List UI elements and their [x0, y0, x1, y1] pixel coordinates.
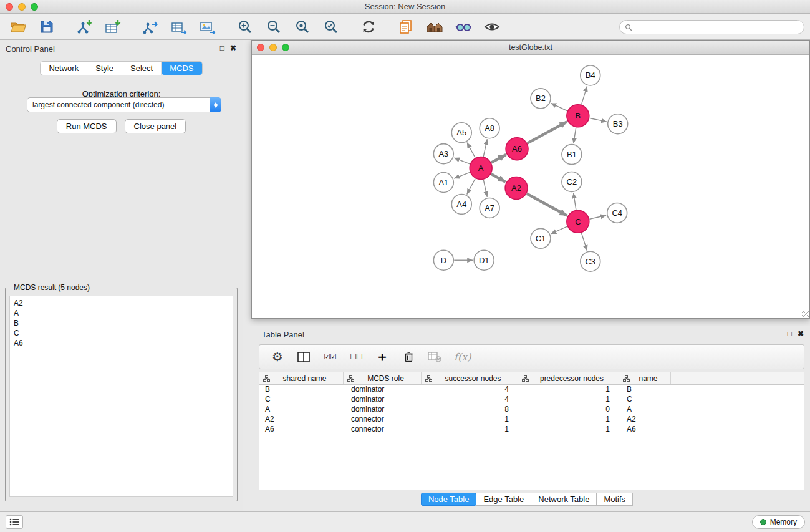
- graph-node-A[interactable]: A: [470, 157, 492, 180]
- table-settings-button[interactable]: ⚙: [271, 349, 284, 364]
- graph-edge[interactable]: [581, 86, 587, 105]
- table-cell[interactable]: A2: [259, 415, 344, 425]
- table-cell[interactable]: 4: [422, 395, 518, 405]
- graph-node-B[interactable]: B: [567, 105, 589, 127]
- vizmapper-button[interactable]: [453, 17, 474, 37]
- table-cell[interactable]: connector: [344, 425, 422, 435]
- graph-node-B3[interactable]: B3: [608, 114, 628, 134]
- graph-edge[interactable]: [483, 139, 487, 157]
- column-header[interactable]: shared name: [259, 372, 344, 384]
- zoom-selected-button[interactable]: [321, 17, 342, 37]
- table-cell[interactable]: 8: [422, 405, 518, 415]
- graph-edge[interactable]: [589, 118, 607, 122]
- export-table-button[interactable]: [168, 17, 190, 37]
- memory-button[interactable]: Memory: [752, 515, 805, 529]
- tab-node-table[interactable]: Node Table: [421, 493, 477, 506]
- graph-node-B4[interactable]: B4: [581, 65, 600, 85]
- resize-handle[interactable]: [802, 311, 809, 317]
- mcds-result-item[interactable]: A2: [14, 298, 229, 308]
- task-history-button[interactable]: [6, 515, 23, 529]
- import-network-button[interactable]: [74, 17, 95, 37]
- float-table-panel-icon[interactable]: □: [788, 329, 792, 338]
- table-cell[interactable]: B: [619, 385, 671, 395]
- pages-button[interactable]: [395, 17, 417, 37]
- mcds-result-item[interactable]: B: [14, 318, 229, 328]
- close-table-panel-icon[interactable]: ✖: [798, 329, 804, 338]
- table-cell[interactable]: C: [619, 395, 671, 405]
- float-panel-icon[interactable]: □: [220, 44, 224, 52]
- tab-network-table[interactable]: Network Table: [531, 493, 597, 506]
- graph-edge[interactable]: [467, 142, 475, 157]
- table-cell[interactable]: 1: [518, 425, 619, 435]
- home-button[interactable]: [424, 17, 445, 37]
- table-cell[interactable]: A6: [619, 425, 671, 435]
- network-graph[interactable]: B4B2BB3A5A8A6B1A3AC2A1A2A4A7C4CC1DD1C3: [252, 56, 809, 318]
- graph-node-A5[interactable]: A5: [451, 123, 471, 143]
- graph-node-A2[interactable]: A2: [505, 177, 528, 200]
- graph-node-A4[interactable]: A4: [451, 194, 471, 214]
- table-cell[interactable]: A6: [259, 425, 344, 435]
- graph-node-A8[interactable]: A8: [480, 118, 499, 138]
- column-header[interactable]: predecessor nodes: [518, 372, 619, 384]
- table-cell[interactable]: 1: [422, 425, 518, 435]
- table-row[interactable]: A6connector11A6: [259, 425, 804, 435]
- graph-node-A7[interactable]: A7: [480, 198, 499, 218]
- graph-node-A1[interactable]: A1: [433, 173, 453, 193]
- table-row[interactable]: A2connector11A2: [259, 415, 804, 425]
- graph-node-C1[interactable]: C1: [531, 228, 551, 248]
- tab-motifs[interactable]: Motifs: [596, 493, 633, 506]
- optimization-criterion-select[interactable]: largest connected component (directed): [27, 97, 221, 112]
- graph-node-C2[interactable]: C2: [562, 172, 582, 192]
- tab-style[interactable]: Style: [87, 62, 122, 75]
- zoom-fit-button[interactable]: [292, 17, 313, 37]
- graph-edge[interactable]: [589, 215, 606, 219]
- column-header[interactable]: successor nodes: [422, 372, 518, 384]
- close-panel-icon[interactable]: ✖: [230, 44, 236, 52]
- table-row[interactable]: Bdominator41B: [259, 385, 804, 395]
- graph-node-C[interactable]: C: [567, 210, 589, 233]
- graph-edge[interactable]: [467, 178, 476, 194]
- tab-select[interactable]: Select: [122, 62, 162, 75]
- create-column-button[interactable]: ＋: [375, 351, 389, 363]
- show-hide-button[interactable]: [481, 17, 503, 37]
- export-image-button[interactable]: [197, 17, 218, 37]
- run-mcds-button[interactable]: Run MCDS: [57, 119, 117, 133]
- open-session-button[interactable]: [7, 17, 29, 37]
- graph-edge[interactable]: [527, 194, 567, 216]
- function-builder-button[interactable]: f(x): [454, 351, 471, 363]
- delete-column-button[interactable]: [402, 351, 415, 362]
- table-row[interactable]: Cdominator41C: [259, 395, 804, 405]
- graph-edge[interactable]: [483, 180, 487, 197]
- delete-table-button[interactable]: [428, 352, 441, 362]
- graph-edge[interactable]: [551, 103, 567, 110]
- show-columns-button[interactable]: [297, 352, 311, 362]
- graph-node-A3[interactable]: A3: [433, 144, 453, 164]
- table-cell[interactable]: connector: [344, 415, 422, 425]
- graph-edge[interactable]: [574, 193, 576, 210]
- graph-node-D1[interactable]: D1: [474, 250, 494, 270]
- graph-edge[interactable]: [491, 174, 506, 182]
- column-header[interactable]: MCDS role: [344, 372, 422, 384]
- table-row[interactable]: Adominator80A: [259, 405, 804, 415]
- graph-node-C4[interactable]: C4: [607, 203, 627, 223]
- graph-edge[interactable]: [581, 233, 587, 251]
- table-cell[interactable]: dominator: [344, 405, 422, 415]
- graph-node-C3[interactable]: C3: [581, 251, 600, 271]
- table-cell[interactable]: 1: [518, 415, 619, 425]
- search-input[interactable]: [635, 23, 799, 32]
- graph-node-B2[interactable]: B2: [531, 89, 551, 109]
- table-cell[interactable]: 0: [518, 405, 619, 415]
- table-cell[interactable]: C: [259, 395, 344, 405]
- graph-edge[interactable]: [454, 172, 470, 178]
- refresh-button[interactable]: [358, 17, 379, 37]
- tab-mcds[interactable]: MCDS: [162, 62, 201, 75]
- tab-edge-table[interactable]: Edge Table: [476, 493, 531, 506]
- graph-edge[interactable]: [574, 127, 576, 143]
- graph-edge[interactable]: [454, 158, 470, 164]
- graph-node-A6[interactable]: A6: [506, 138, 528, 160]
- graph-edge[interactable]: [528, 122, 567, 143]
- graph-node-B1[interactable]: B1: [562, 145, 582, 165]
- mcds-result-item[interactable]: A: [14, 308, 229, 318]
- table-cell[interactable]: 1: [518, 385, 619, 395]
- export-network-button[interactable]: [140, 17, 161, 37]
